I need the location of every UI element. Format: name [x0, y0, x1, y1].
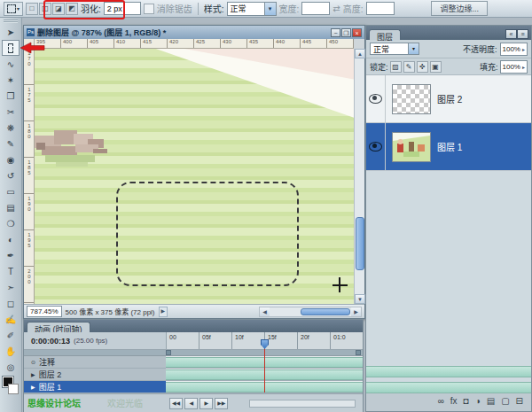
blend-mode-select[interactable]: 正常 ▾ [370, 43, 419, 55]
history-brush-tool[interactable]: ↺ [2, 167, 20, 183]
slice-tool[interactable]: ✂ [2, 104, 20, 120]
tab-animation-timeline[interactable]: 动画 (时间轴) [27, 322, 90, 332]
track-label: 注释 [39, 356, 55, 368]
subtract-from-selection-icon[interactable]: ◪ [52, 3, 65, 15]
type-tool[interactable]: T [2, 263, 20, 279]
visibility-toggle[interactable] [366, 123, 386, 170]
antialias-checkbox[interactable] [144, 4, 154, 14]
lock-transparency-icon[interactable]: ▨ [390, 61, 402, 73]
link-layers-icon[interactable]: ∞ [438, 397, 444, 406]
document-window: Ps 删除图层 @ 787% (图层 1, RGB/8) * −❐× 39540… [23, 25, 365, 319]
slider-arrow-icon[interactable]: ▸ [522, 64, 525, 70]
rectangular-marquee-tool[interactable] [2, 40, 20, 56]
minimize-button[interactable]: − [331, 28, 340, 37]
scroll-down-arrow[interactable]: ▼ [355, 294, 365, 304]
path-selection-tool[interactable]: ➣ [2, 279, 20, 295]
style-select[interactable]: 正常 ▾ [227, 2, 277, 16]
lock-row: 锁定: ▨✎✜▣ 填充: 100% ▸ [366, 58, 531, 75]
shape-tool[interactable]: ◻ [2, 295, 20, 311]
link-dimensions-icon[interactable]: ⇄ [332, 4, 340, 13]
ruler-label: 440 [274, 39, 301, 48]
refine-edge-button[interactable]: 调整边缘... [431, 1, 488, 16]
eyedropper-tool[interactable]: ✐ [2, 327, 20, 343]
timecode-label: 15f [265, 332, 298, 349]
new-selection-icon[interactable]: □ [26, 3, 38, 15]
timeline-bottom-bar: 思缘设计论坛 欢迎光临 ◀◀◀▶▶▶ [24, 393, 363, 412]
pen-tool[interactable]: ✒ [2, 247, 20, 263]
play-button[interactable]: ▶ [200, 398, 213, 409]
lasso-tool[interactable]: ∿ [2, 56, 20, 72]
hand-tool[interactable]: ✋ [2, 343, 20, 359]
background-color-swatch[interactable] [8, 384, 19, 394]
track-row-layer1[interactable]: ▶图层 1 [24, 381, 363, 393]
feather-input[interactable]: 2 px [104, 2, 141, 15]
layer-thumbnail-transparent[interactable] [392, 84, 431, 114]
lock-position-icon[interactable]: ✜ [417, 61, 428, 73]
timeline-zoom-scrollbar[interactable] [249, 400, 356, 408]
brush-tool[interactable]: ✎ [2, 136, 20, 152]
document-title-bar[interactable]: Ps 删除图层 @ 787% (图层 1, RGB/8) * −❐× [24, 26, 364, 39]
track-row-comments[interactable]: ⊙注释 [24, 356, 363, 369]
panel-menu-icon[interactable]: ≡ [517, 29, 528, 39]
restore-button[interactable]: ❐ [341, 28, 351, 37]
blur-tool[interactable]: ❍ [2, 215, 20, 231]
magic-wand-tool[interactable]: ✶ [2, 72, 20, 88]
layer-row-2[interactable]: 图层 2 [366, 75, 531, 123]
delete-layer-icon[interactable]: ⊟ [516, 397, 523, 406]
next-frame-button[interactable]: ▶▶ [215, 398, 228, 409]
layer-row-1[interactable]: 图层 1 [366, 123, 531, 171]
color-swatches[interactable] [3, 377, 19, 394]
slider-arrow-icon[interactable]: ▸ [522, 46, 525, 52]
canvas[interactable] [35, 49, 354, 304]
intersect-selection-icon[interactable]: ◩ [66, 3, 78, 15]
playhead-line [264, 349, 265, 393]
gradient-tool[interactable]: ▤ [2, 199, 20, 215]
scroll-right-arrow[interactable]: ▶ [351, 307, 361, 316]
visibility-toggle[interactable] [366, 75, 386, 122]
expand-triangle-icon[interactable]: ▶ [31, 384, 35, 390]
add-to-selection-icon[interactable]: ◫ [39, 3, 51, 15]
width-input[interactable] [301, 2, 330, 15]
height-input[interactable] [366, 2, 395, 15]
tab-layers[interactable]: 图层 [369, 29, 401, 40]
layer-mask-icon[interactable]: ◘ [464, 397, 469, 406]
first-frame-button[interactable]: ◀◀ [169, 398, 183, 409]
tool-preset-picker[interactable]: ▾ [4, 2, 23, 16]
new-group-icon[interactable]: ▤ [487, 397, 495, 406]
palette-grip[interactable] [4, 19, 18, 23]
new-layer-icon[interactable]: ▢ [501, 397, 509, 406]
eraser-tool[interactable]: ▭ [2, 183, 20, 199]
track-row-layer2[interactable]: ▶图层 2 [24, 369, 363, 381]
clone-stamp-tool[interactable]: ◉ [2, 152, 20, 167]
adjustment-layer-icon[interactable]: ◑ [475, 397, 481, 406]
layer-style-icon[interactable]: fx [450, 397, 458, 406]
lock-pixels-icon[interactable]: ✎ [403, 61, 415, 73]
horizontal-scroll-thumb[interactable] [301, 308, 350, 315]
vertical-scrollbar[interactable]: ▲ ▼ [354, 49, 364, 304]
scroll-up-arrow[interactable]: ▲ [355, 49, 365, 58]
scroll-left-arrow[interactable]: ◀ [260, 307, 270, 316]
work-area-bar[interactable] [24, 350, 363, 356]
previous-frame-button[interactable]: ◀ [184, 398, 198, 409]
close-button[interactable]: × [352, 28, 362, 37]
collapse-panel-icon[interactable]: « [505, 29, 517, 39]
lock-all-icon[interactable]: ▣ [430, 61, 442, 73]
ruler-label: 190 [24, 194, 34, 230]
ruler-label: 200 [24, 267, 34, 303]
status-options-arrow[interactable]: ▶ [159, 307, 168, 317]
expand-triangle-icon[interactable]: ▶ [31, 371, 35, 377]
horizontal-scrollbar[interactable]: ◀ ▶ [259, 307, 362, 317]
fill-input[interactable]: 100% ▸ [500, 60, 528, 74]
zoom-level-input[interactable]: 787.45% [27, 306, 62, 317]
vertical-scroll-thumb[interactable] [356, 217, 364, 270]
dodge-tool[interactable]: ◐ [2, 231, 20, 247]
opacity-input[interactable]: 100% ▸ [500, 43, 528, 56]
marquee-selection[interactable] [116, 182, 299, 286]
layer-thumbnail-image[interactable] [392, 132, 431, 162]
crop-tool[interactable]: ❐ [2, 88, 20, 104]
height-label: 高度: [343, 2, 364, 15]
zoom-tool[interactable]: ◎ [2, 359, 20, 375]
move-tool[interactable]: ➤ [2, 24, 20, 40]
healing-brush-tool[interactable]: ❋ [2, 120, 20, 136]
notes-tool[interactable]: ✍ [2, 311, 20, 327]
